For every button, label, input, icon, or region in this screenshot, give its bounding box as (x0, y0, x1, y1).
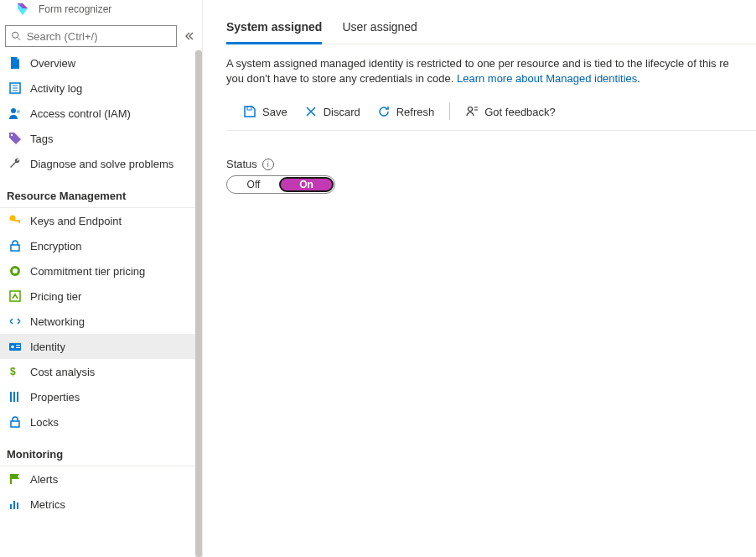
scrollbar[interactable] (195, 50, 202, 557)
collapse-sidebar-button[interactable] (180, 28, 197, 44)
svg-rect-23 (17, 392, 18, 402)
svg-line-1 (18, 38, 20, 40)
svg-rect-15 (10, 291, 20, 301)
search-input[interactable] (5, 25, 177, 47)
discard-label: Discard (324, 106, 360, 118)
svg-point-6 (11, 108, 16, 113)
svg-rect-12 (11, 245, 19, 251)
svg-rect-19 (16, 347, 20, 348)
nav-keys-endpoint[interactable]: Keys and Endpoint (0, 208, 202, 233)
people-icon (8, 107, 22, 120)
nav-properties[interactable]: Properties (0, 384, 202, 409)
nav-locks[interactable]: Locks (0, 409, 202, 435)
tab-user-assigned[interactable]: User assigned (342, 13, 417, 44)
feedback-button[interactable]: Got feedback? (457, 102, 564, 122)
toggle-off[interactable]: Off (228, 177, 279, 192)
resource-header: Form recognizer (0, 0, 202, 22)
svg-rect-27 (13, 501, 15, 509)
search-icon (11, 30, 22, 42)
circle-check-icon (8, 264, 22, 278)
close-icon (304, 105, 318, 118)
nav-cost-analysis[interactable]: $ Cost analysis (0, 359, 202, 384)
nav-label: Encryption (30, 240, 81, 252)
refresh-label: Refresh (396, 106, 435, 118)
chart-icon (8, 497, 22, 511)
tabs: System assigned User assigned (226, 13, 756, 44)
nav-label: Diagnose and solve problems (30, 158, 173, 170)
search-row (0, 22, 202, 50)
wrench-icon (8, 157, 22, 170)
nav-access-control[interactable]: Access control (IAM) (0, 101, 202, 126)
flag-icon (8, 472, 22, 486)
network-icon (8, 315, 22, 328)
nav-label: Keys and Endpoint (30, 215, 122, 227)
cost-icon: $ (8, 365, 22, 378)
status-label-row: Status i (226, 158, 756, 170)
main-content: System assigned User assigned A system a… (203, 0, 756, 557)
toolbar-separator (449, 103, 450, 120)
svg-rect-11 (18, 220, 20, 223)
nav-label: Tags (30, 133, 53, 145)
nav-alerts[interactable]: Alerts (0, 466, 202, 492)
svg-rect-18 (16, 345, 20, 346)
save-icon (243, 105, 256, 118)
nav-networking[interactable]: Networking (0, 309, 202, 334)
desc-line2a: you don't have to store any credentials … (226, 72, 457, 85)
nav-label: Access control (IAM) (30, 107, 131, 120)
svg-point-17 (11, 346, 14, 349)
nav-label: Pricing tier (30, 290, 81, 303)
svg-rect-22 (13, 392, 15, 402)
save-button[interactable]: Save (235, 102, 296, 122)
section-resource-management: Resource Management (0, 181, 202, 208)
search-field[interactable] (27, 30, 171, 43)
lock-icon (8, 239, 22, 252)
nav-identity[interactable]: Identity (0, 334, 202, 359)
svg-rect-16 (9, 343, 21, 351)
refresh-icon (377, 105, 391, 118)
svg-point-0 (13, 32, 18, 38)
resource-icon (15, 2, 30, 17)
description: A system assigned managed identity is re… (226, 56, 756, 86)
discard-button[interactable]: Discard (296, 102, 369, 122)
nav-label: Locks (30, 416, 59, 429)
svg-rect-26 (10, 504, 12, 509)
key-icon (8, 214, 22, 227)
svg-point-30 (469, 107, 473, 112)
learn-more-link[interactable]: Learn more about Managed identities (457, 72, 637, 85)
nav-label: Cost analysis (30, 366, 95, 378)
svg-point-8 (11, 134, 13, 136)
nav-encryption[interactable]: Encryption (0, 233, 202, 258)
nav-label: Properties (30, 391, 80, 403)
nav-label: Commitment tier pricing (30, 265, 145, 278)
desc-period: . (637, 72, 640, 85)
nav-tags[interactable]: Tags (0, 126, 202, 151)
resource-name: Form recognizer (39, 3, 111, 15)
tag-icon (8, 132, 22, 145)
svg-rect-28 (17, 502, 18, 509)
feedback-label: Got feedback? (484, 106, 556, 118)
nav-overview[interactable]: Overview (0, 50, 202, 75)
nav-metrics[interactable]: Metrics (0, 492, 202, 517)
document-icon (8, 56, 22, 70)
nav-label: Identity (30, 341, 65, 353)
nav-pricing-tier[interactable]: Pricing tier (0, 284, 202, 309)
nav-label: Overview (30, 57, 75, 70)
section-monitoring: Monitoring (0, 440, 202, 466)
nav-activity-log[interactable]: Activity log (0, 75, 202, 101)
properties-icon (8, 390, 22, 403)
desc-line1: A system assigned managed identity is re… (226, 57, 729, 70)
nav-commitment-tier[interactable]: Commitment tier pricing (0, 258, 202, 284)
toggle-on[interactable]: On (279, 177, 334, 192)
svg-rect-25 (10, 474, 12, 484)
log-icon (8, 81, 22, 95)
refresh-button[interactable]: Refresh (369, 102, 443, 122)
nav-diagnose[interactable]: Diagnose and solve problems (0, 151, 202, 176)
info-icon[interactable]: i (262, 159, 274, 170)
svg-point-14 (13, 268, 18, 273)
tab-system-assigned[interactable]: System assigned (226, 13, 322, 44)
nav-label: Alerts (30, 473, 58, 486)
feedback-icon (465, 105, 479, 118)
svg-text:$: $ (10, 366, 16, 377)
svg-point-7 (17, 110, 20, 113)
status-toggle[interactable]: Off On (226, 175, 335, 194)
